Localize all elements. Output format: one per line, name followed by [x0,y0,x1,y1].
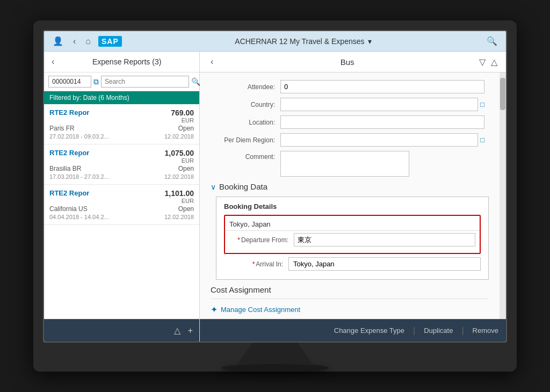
expense-location: Paris FR [49,125,75,132]
departure-dropdown-value[interactable]: Tokyo, Japan [225,218,480,231]
expense-date2: 12.02.2018 [164,133,194,140]
country-input[interactable] [280,98,478,111]
comment-row: Comment: [211,151,489,177]
expense-currency: EUR [165,157,194,164]
scrollbar-thumb [500,78,505,110]
expense-name: RTE2 Repor [49,189,89,197]
expense-status: Open [178,125,194,132]
screen: 👤 ‹ ⌂ SAP ACHERNAR 12 My Travel & Expens… [43,30,507,343]
main-layout: ‹ Expense Reports (3) ⧉ 🔍 ↻ Filtered by:… [44,52,506,342]
home-icon[interactable]: ⌂ [83,35,93,47]
filter-badge-text: Filtered by: Date (6 Months) [49,94,129,101]
right-alert-icon[interactable]: △ [491,57,497,67]
departure-highlighted-block: Tokyo, Japan *Departure From: [224,215,481,254]
user-icon[interactable]: 👤 [50,35,66,47]
arrival-field-row: *Arrival In: [224,257,481,271]
search-icon[interactable]: 🔍 [191,77,200,86]
departure-dropdown-text: Tokyo, Japan [229,220,271,228]
expense-amount: 1,075.00 [165,149,194,157]
expense-dates: 17.03.2018 - 27.03.2... [49,173,109,180]
footer-separator-1: | [413,326,415,336]
booking-section-toggle[interactable]: ∨ [211,183,216,191]
booking-data-section-header: ∨ Booking Data [211,182,489,191]
manage-cost-link[interactable]: ✦ Manage Cost Assignment [211,304,489,315]
top-bar-right: 🔍 [484,35,500,47]
per-diem-input[interactable] [280,133,478,147]
attendee-label: Attendee: [211,83,280,91]
expense-date2: 12.02.2018 [164,173,194,180]
comment-label: Comment: [211,151,280,161]
expense-dates: 27.02.2018 - 09.03.2... [49,133,109,140]
right-filter-icon[interactable]: ▽ [479,57,486,67]
expense-status: Open [178,205,194,213]
location-row: Location: [211,115,489,129]
expense-dates: 04.04.2018 - 14.04.2... [49,214,109,220]
country-select-icon[interactable]: □ [480,100,484,108]
per-diem-select-icon[interactable]: □ [480,136,484,144]
location-input[interactable] [280,115,484,129]
expense-location: Brasilia BR [49,165,81,172]
arrival-required-star: * [252,260,255,268]
expense-item[interactable]: RTE2 Repor 769.00 EUR Paris FR Open 27.0… [44,104,199,144]
country-row: Country: □ [211,98,489,111]
expense-status: Open [178,165,194,172]
expense-name: RTE2 Repor [49,149,89,157]
remove-button[interactable]: Remove [473,326,498,335]
footer-separator-2: | [461,326,464,336]
right-header-icons: ▽ △ [479,57,497,67]
back-nav-icon[interactable]: ‹ [71,35,78,47]
change-expense-type-button[interactable]: Change Expense Type [334,326,404,335]
location-label: Location: [211,119,280,126]
duplicate-button[interactable]: Duplicate [424,326,453,335]
departure-from-input[interactable] [294,233,475,246]
arrival-in-label: *Arrival In: [224,260,288,268]
footer-filter-icon[interactable]: △ [174,325,180,336]
right-back-icon[interactable]: ‹ [208,56,215,68]
left-back-icon[interactable]: ‹ [49,56,56,68]
copy-icon[interactable]: ⧉ [93,77,99,86]
id-input[interactable] [48,76,91,88]
per-diem-row: Per Diem Region: □ [211,133,489,147]
app-title: ACHERNAR 12 My Travel & Expenses [235,37,364,46]
monitor-stand [237,343,313,364]
arrival-in-input[interactable] [288,257,481,271]
required-star: * [237,236,240,244]
departure-from-label: *Departure From: [229,236,294,244]
monitor: 👤 ‹ ⌂ SAP ACHERNAR 12 My Travel & Expens… [33,20,517,372]
per-diem-label: Per Diem Region: [211,136,280,144]
per-diem-field: □ [280,133,484,147]
right-panel: ‹ Bus ▽ △ Attendee: [200,52,506,342]
sap-logo: SAP [98,36,122,47]
cost-assignment-section: Cost Assignment ✦ Manage Cost Assignment [211,285,489,315]
attendee-input[interactable] [280,80,484,93]
expense-item[interactable]: RTE2 Repor 1,101.00 EUR California US Op… [44,185,199,225]
monitor-base [221,364,329,372]
country-field: □ [280,98,484,111]
top-bar-title: ACHERNAR 12 My Travel & Expenses ▾ [122,37,484,46]
top-bar: 👤 ‹ ⌂ SAP ACHERNAR 12 My Travel & Expens… [44,31,506,52]
left-footer: △ + [44,319,199,342]
filter-badge: Filtered by: Date (6 Months) [44,91,199,104]
manage-cost-icon: ✦ [211,304,218,315]
country-label: Country: [211,101,280,108]
expense-item[interactable]: RTE2 Repor 1,075.00 EUR Brasilia BR Open… [44,144,199,185]
right-panel-title: Bus [220,57,475,67]
global-search-icon[interactable]: 🔍 [484,35,500,47]
booking-details-box: Booking Details Tokyo, Japan [216,197,489,280]
expense-amount: 1,101.00 [165,189,194,198]
expense-location: California US [49,205,88,213]
scrollbar[interactable] [500,72,506,319]
booking-data-title: Booking Data [219,182,267,191]
footer-add-icon[interactable]: + [188,326,193,336]
booking-details-title: Booking Details [224,202,481,210]
expense-amount: 769.00 [171,108,194,117]
title-dropdown-icon[interactable]: ▾ [368,37,372,46]
expense-date2: 12.02.2018 [164,214,194,220]
search-row: ⧉ 🔍 ↻ [44,72,199,91]
search-input[interactable] [101,76,189,88]
expense-name: RTE2 Repor [49,108,89,117]
comment-textarea[interactable] [280,151,409,177]
left-panel-header: ‹ Expense Reports (3) [44,52,199,72]
attendee-row: Attendee: [211,80,489,93]
expense-reports-title: Expense Reports (3) [60,57,194,66]
